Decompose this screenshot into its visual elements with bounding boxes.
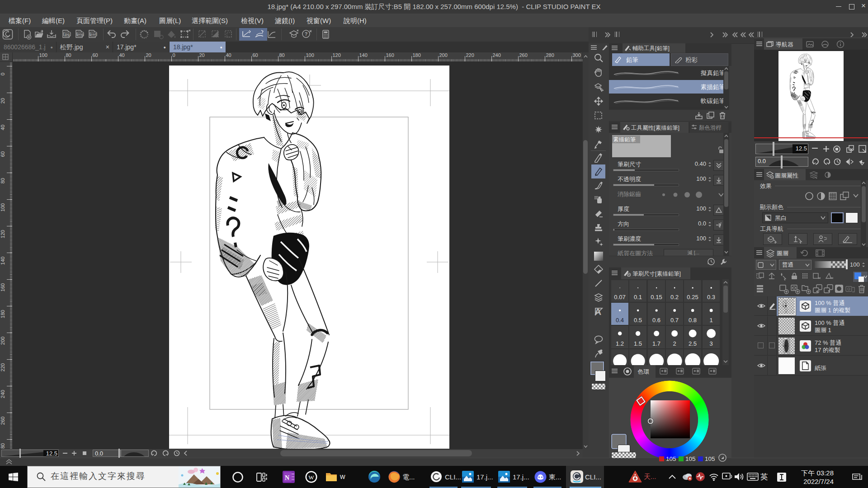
svg-text:W: W — [308, 474, 314, 481]
svg-text:N: N — [285, 474, 289, 481]
svg-text:?: ? — [305, 31, 308, 37]
svg-text:jpg: jpg — [64, 32, 70, 36]
svg-text:png: png — [77, 32, 84, 36]
svg-text:psd: psd — [90, 32, 97, 36]
